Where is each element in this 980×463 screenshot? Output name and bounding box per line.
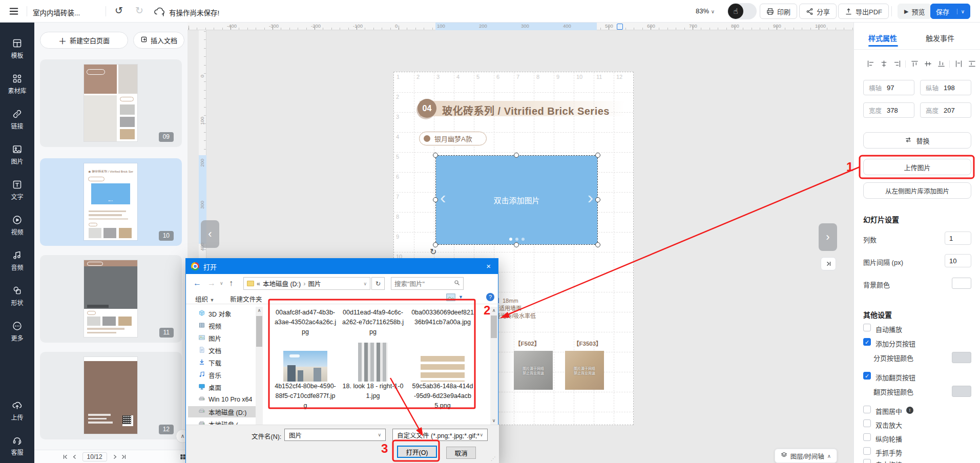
checkbox-checked[interactable]: ✓: [863, 338, 871, 346]
tab-trigger-events[interactable]: 触发事件: [926, 33, 954, 43]
hamburger-menu-icon[interactable]: [8, 6, 19, 17]
file-item[interactable]: 0ba00336069deef82136b941cb7a00a.jpg: [411, 308, 474, 327]
checkbox-unchecked[interactable]: [863, 459, 871, 463]
image-placeholder[interactable]: 双击添加图片 ‹ › ↻: [436, 156, 597, 244]
file-item[interactable]: 59c5ab36-148a-414d-95d9-6d23e9a4acb5.png: [411, 336, 474, 411]
carousel-next-icon[interactable]: ›: [588, 188, 593, 206]
resize-handle-nw[interactable]: [433, 153, 438, 158]
tree-item[interactable]: 下载: [188, 357, 256, 368]
image-gap-input[interactable]: 10: [945, 254, 971, 267]
refresh-button[interactable]: ↻: [371, 277, 385, 290]
preview-button[interactable]: ▶ 预览: [898, 4, 931, 19]
align-icon-2[interactable]: [893, 59, 902, 70]
background-color-swatch[interactable]: [952, 278, 971, 289]
last-page-button[interactable]: [119, 453, 128, 461]
tree-item[interactable]: Win 10 Pro x64: [188, 394, 256, 405]
tree-item[interactable]: 桌面: [188, 382, 256, 393]
view-mode-icon[interactable]: [446, 293, 455, 303]
prev-page-button[interactable]: [70, 453, 79, 461]
export-pdf-button[interactable]: 导出PDF: [838, 4, 889, 19]
collapse-left-panel-button[interactable]: ‹: [201, 220, 219, 248]
checkbox-unchecked[interactable]: [863, 324, 871, 331]
cancel-button[interactable]: 取消: [446, 447, 476, 459]
jump-to-end-button[interactable]: [821, 257, 836, 270]
view-mode-caret-icon[interactable]: ▼: [458, 294, 463, 300]
file-item[interactable]: 00d11ead-4fa9-4c6c-a262-e7dc7116258b.jpg: [342, 308, 404, 337]
resize-grip[interactable]: ⋰: [491, 456, 496, 461]
width-field[interactable]: 宽度378: [863, 102, 914, 118]
replace-button[interactable]: 替换: [863, 132, 971, 149]
upload-image-button[interactable]: 上传图片: [863, 159, 971, 175]
add-from-library-button[interactable]: 从左侧图片库添加图片: [863, 182, 971, 199]
sidebar-item-more[interactable]: 更多: [0, 321, 34, 342]
search-box[interactable]: 搜索"图片": [391, 277, 464, 290]
x-position-field[interactable]: 横轴97: [863, 80, 914, 95]
align-icon-5[interactable]: [937, 59, 946, 70]
breadcrumb-folder[interactable]: 图片: [308, 279, 321, 288]
resize-handle-e[interactable]: [595, 197, 600, 202]
history-caret-icon[interactable]: ∨: [220, 281, 223, 286]
color-swatch[interactable]: [952, 352, 971, 363]
filetype-select[interactable]: 自定义文件 (*.png;*.jpg;*.gif;* ∨: [392, 429, 488, 441]
resize-handle-ne[interactable]: [595, 153, 600, 158]
new-folder-button[interactable]: 新建文件夹: [230, 294, 262, 304]
page-thumbnail-10[interactable]: ◉ 玻化砖系列 / Vitrified Brick Series 10: [40, 158, 182, 246]
columns-input[interactable]: 1: [945, 232, 971, 245]
resize-handle-s[interactable]: [514, 242, 519, 247]
breadcrumb-drive[interactable]: 本地磁盘 (D:): [263, 279, 301, 288]
checkbox-unchecked[interactable]: [863, 433, 871, 441]
resize-handle-sw[interactable]: [433, 242, 438, 247]
tree-item[interactable]: 本地磁盘 (D:): [188, 406, 256, 417]
collapse-right-panel-button[interactable]: ›: [819, 223, 837, 251]
next-page-button[interactable]: [110, 453, 119, 461]
filename-input[interactable]: 图片 ∨: [284, 429, 386, 441]
align-icon-4[interactable]: [924, 59, 932, 70]
file-list-scrollbar[interactable]: ∧ ∨: [490, 307, 497, 425]
tree-item[interactable]: 图片: [188, 332, 256, 344]
info-icon[interactable]: !: [906, 407, 913, 414]
tree-item[interactable]: 文档: [188, 345, 256, 356]
sidebar-item-link[interactable]: 链接: [0, 109, 34, 130]
avatar[interactable]: ☝: [727, 3, 757, 19]
up-icon[interactable]: ↑: [229, 279, 233, 288]
checkbox-checked[interactable]: ✓: [863, 372, 871, 380]
scroll-up-icon[interactable]: ∧: [490, 307, 497, 314]
page-indicator[interactable]: 10/12: [82, 452, 107, 461]
resize-handle-n[interactable]: [514, 153, 519, 158]
section-title[interactable]: 玻化砖系列 / Vitrified Brick Series: [442, 103, 610, 118]
document-title[interactable]: 室内内墙砖装...: [33, 7, 80, 17]
checkbox-unchecked[interactable]: [863, 419, 871, 427]
sidebar-item-template[interactable]: 模板: [0, 38, 34, 59]
new-blank-page-button[interactable]: ＋ 新建空白页面: [40, 32, 128, 49]
ruler-guide-icon[interactable]: [617, 24, 623, 30]
tree-item[interactable]: 3D 对象: [188, 308, 256, 319]
address-caret-icon[interactable]: ∨: [363, 281, 367, 286]
height-field[interactable]: 高度207: [920, 102, 971, 118]
series-pill[interactable]: 银月幽梦A款: [419, 132, 487, 145]
sidebar-item-upload[interactable]: 上传: [0, 400, 34, 422]
page-thumbnail-09[interactable]: 09: [40, 59, 182, 147]
save-dropdown-caret[interactable]: ∨: [957, 9, 965, 14]
scroll-up-icon[interactable]: ∧: [256, 307, 263, 314]
undo-icon[interactable]: ↺: [115, 5, 123, 16]
product-image-gray-marble[interactable]: 图片源于网络禁止商业用途: [514, 351, 553, 390]
zoom-level-dropdown[interactable]: 83% ∨: [696, 7, 715, 15]
back-icon[interactable]: ←: [193, 279, 201, 288]
sidebar-item-text[interactable]: 文字: [0, 179, 34, 201]
align-icon-7[interactable]: [968, 59, 976, 70]
dialog-title-bar[interactable]: 打开 ×: [186, 259, 498, 274]
align-icon-3[interactable]: [910, 59, 919, 70]
sidebar-item-image[interactable]: 图片: [0, 144, 34, 165]
product-image-beige-marble[interactable]: 图片源于网络禁止商业用途: [565, 351, 604, 390]
save-button[interactable]: 保存 ∨: [930, 4, 970, 19]
align-icon-1[interactable]: [880, 59, 888, 70]
align-icon-6[interactable]: [954, 59, 963, 70]
layers-timeline-button[interactable]: 图层/时间轴 ∧: [775, 449, 837, 463]
sidebar-item-video[interactable]: 视频: [0, 215, 34, 236]
scroll-down-icon[interactable]: ∨: [490, 417, 497, 425]
y-position-field[interactable]: 纵轴198: [920, 80, 971, 95]
file-item[interactable]: 00aafc8f-ad47-4b3b-a3ae-43502ac4a26c.jpg: [274, 308, 337, 337]
help-icon[interactable]: ?: [486, 293, 494, 301]
sidebar-item-service[interactable]: 客服: [0, 435, 34, 456]
sidebar-item-assets[interactable]: 素材库: [0, 73, 34, 95]
